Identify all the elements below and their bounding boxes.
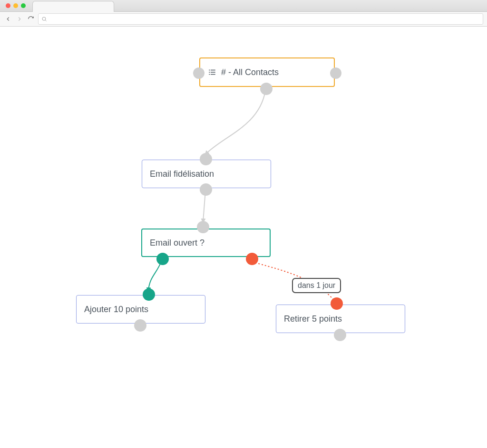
forward-button[interactable]	[15, 15, 24, 23]
browser-tabs-strip	[0, 0, 487, 12]
svg-rect-7	[211, 74, 215, 75]
browser-tab[interactable]	[32, 1, 114, 12]
svg-line-1	[45, 20, 46, 21]
node-port-no[interactable]	[246, 253, 258, 265]
node-port-bottom[interactable]	[334, 329, 346, 341]
node-port-bottom[interactable]	[260, 83, 273, 95]
node-port-bottom[interactable]	[134, 319, 146, 332]
svg-point-0	[42, 17, 46, 20]
browser-chrome	[0, 0, 487, 27]
svg-rect-4	[209, 72, 210, 73]
svg-rect-2	[209, 70, 210, 71]
list-icon	[208, 68, 216, 76]
svg-rect-3	[211, 70, 215, 71]
delay-label[interactable]: dans 1 jour	[292, 278, 341, 293]
node-email-label: Email fidélisation	[150, 169, 214, 179]
svg-rect-6	[209, 74, 210, 75]
node-port-top[interactable]	[200, 153, 212, 165]
window-zoom-button[interactable]	[21, 3, 26, 8]
node-port-top[interactable]	[197, 221, 209, 233]
node-port-left[interactable]	[193, 67, 205, 79]
browser-toolbar	[0, 12, 487, 27]
node-remove-points-label: Retirer 5 points	[284, 314, 342, 324]
back-button[interactable]	[4, 15, 12, 23]
node-port-right[interactable]	[330, 67, 341, 79]
workflow-canvas[interactable]: # - All Contacts Email fidélisation Emai…	[0, 27, 487, 448]
search-icon	[41, 16, 47, 22]
node-port-bottom[interactable]	[200, 183, 212, 196]
svg-rect-5	[211, 72, 215, 73]
reload-button[interactable]	[27, 15, 35, 23]
node-port-yes[interactable]	[156, 253, 169, 265]
window-close-button[interactable]	[6, 3, 10, 8]
window-minimize-button[interactable]	[13, 3, 18, 8]
address-bar[interactable]	[38, 13, 483, 25]
node-source-label: # - All Contacts	[221, 67, 279, 77]
node-port-top[interactable]	[331, 297, 343, 310]
node-add-points-label: Ajouter 10 points	[84, 305, 148, 315]
delay-label-text: dans 1 jour	[298, 281, 335, 289]
node-port-top[interactable]	[143, 288, 155, 301]
node-condition-label: Email ouvert ?	[150, 238, 205, 248]
